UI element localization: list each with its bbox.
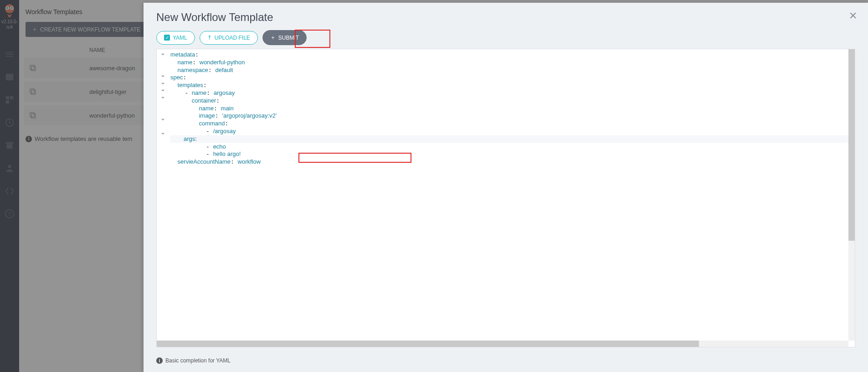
scrollbar-vertical[interactable] <box>848 49 855 341</box>
plus-icon: ＋ <box>270 34 276 41</box>
fold-gutter <box>157 51 169 159</box>
scrollbar-horizontal[interactable] <box>157 341 848 347</box>
info-icon: i <box>156 357 163 364</box>
new-template-modal: ✕ New Workflow Template ✓ YAML ⤒ UPLOAD … <box>144 3 868 372</box>
helper-text: i Basic completion for YAML <box>144 354 868 372</box>
yaml-code[interactable]: metadata: name: wonderful-python namespa… <box>157 49 855 168</box>
close-icon[interactable]: ✕ <box>849 10 857 22</box>
upload-icon: ⤒ <box>207 35 212 41</box>
upload-file-button[interactable]: ⤒ UPLOAD FILE <box>200 31 258 45</box>
yaml-editor[interactable]: metadata: name: wonderful-python namespa… <box>156 49 855 347</box>
check-icon: ✓ <box>164 35 170 41</box>
yaml-toggle-button[interactable]: ✓ YAML <box>156 31 195 45</box>
modal-title: New Workflow Template <box>156 11 855 24</box>
submit-button[interactable]: ＋ SUBMIT <box>262 30 307 45</box>
